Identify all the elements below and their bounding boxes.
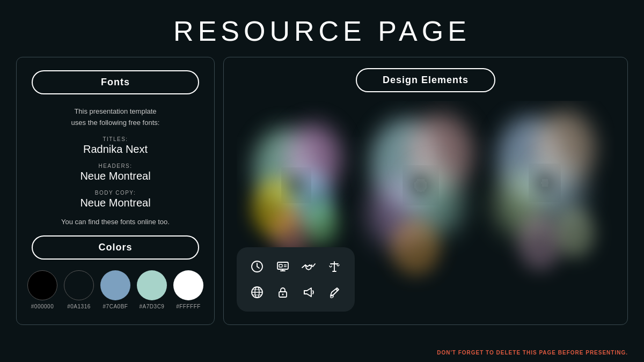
font-role-titles: TITLES: — [32, 136, 199, 142]
font-role-headers: HEADERS: — [32, 163, 199, 169]
scale-icon — [323, 255, 346, 278]
svg-point-16 — [555, 208, 595, 257]
swatch-white: #FFFFFF — [173, 270, 203, 309]
swatch-circle-dark — [64, 270, 94, 300]
icons-panel — [237, 247, 355, 312]
monitor-icon — [271, 255, 295, 278]
swatch-hex-white: #FFFFFF — [176, 304, 201, 309]
svg-rect-24 — [279, 264, 282, 267]
svg-point-10 — [391, 220, 441, 275]
svg-point-15 — [517, 215, 562, 270]
right-panel: Design Elements — [223, 57, 628, 325]
lock-icon — [271, 280, 295, 304]
font-name-titles: Radnika Next — [83, 143, 148, 155]
font-name-headers: Neue Montreal — [80, 170, 150, 182]
swatch-circle-blue — [100, 270, 130, 300]
svg-marker-37 — [304, 288, 311, 297]
swatch-hex-dark: #0A1316 — [67, 304, 91, 309]
swatch-black: #000000 — [27, 270, 57, 309]
design-elements-button[interactable]: Design Elements — [356, 68, 495, 92]
clock-icon — [245, 255, 269, 278]
left-panel: Fonts This presentation template uses th… — [16, 57, 215, 325]
bottom-warning: DON'T FORGET TO DELETE THIS PAGE BEFORE … — [437, 350, 628, 356]
font-entry-titles: TITLES: Radnika Next — [32, 136, 199, 156]
globe-icon — [245, 280, 269, 304]
font-name-body: Neue Montreal — [80, 197, 150, 209]
swatch-blue: #7CA0BF — [100, 270, 130, 309]
swatch-circle-teal — [137, 270, 167, 300]
font-role-body: BODY COPY: — [32, 190, 199, 196]
fonts-description: This presentation template uses the foll… — [32, 106, 199, 129]
svg-line-39 — [336, 289, 338, 291]
svg-point-19 — [537, 173, 553, 192]
svg-point-36 — [282, 294, 284, 295]
megaphone-icon — [297, 280, 320, 304]
swatch-circle-white — [173, 270, 203, 300]
swatch-hex-teal: #A7D3C9 — [140, 304, 165, 309]
swatch-hex-blue: #7CA0BF — [103, 304, 128, 309]
fonts-online-text: You can find these fonts online too. — [32, 218, 199, 226]
page-title: RESOURCE PAGE — [0, 0, 644, 57]
svg-point-5 — [304, 200, 339, 245]
swatch-circle-black — [27, 270, 57, 300]
pencil-icon — [323, 280, 346, 304]
swatch-teal: #A7D3C9 — [137, 270, 167, 309]
color-swatches: #000000 #0A1316 #7CA0BF #A7D3C9 #FFFFFF — [32, 270, 199, 309]
svg-point-18 — [412, 175, 429, 195]
svg-point-17 — [289, 176, 304, 194]
fonts-label-button[interactable]: Fonts — [32, 70, 199, 94]
handshake-icon — [297, 255, 320, 278]
font-entry-headers: HEADERS: Neue Montreal — [32, 163, 199, 182]
font-entry-body: BODY COPY: Neue Montreal — [32, 190, 199, 209]
swatch-dark: #0A1316 — [64, 270, 94, 309]
main-layout: Fonts This presentation template uses th… — [0, 57, 644, 325]
swatch-hex-black: #000000 — [31, 304, 54, 309]
colors-label-button[interactable]: Colors — [32, 235, 199, 260]
